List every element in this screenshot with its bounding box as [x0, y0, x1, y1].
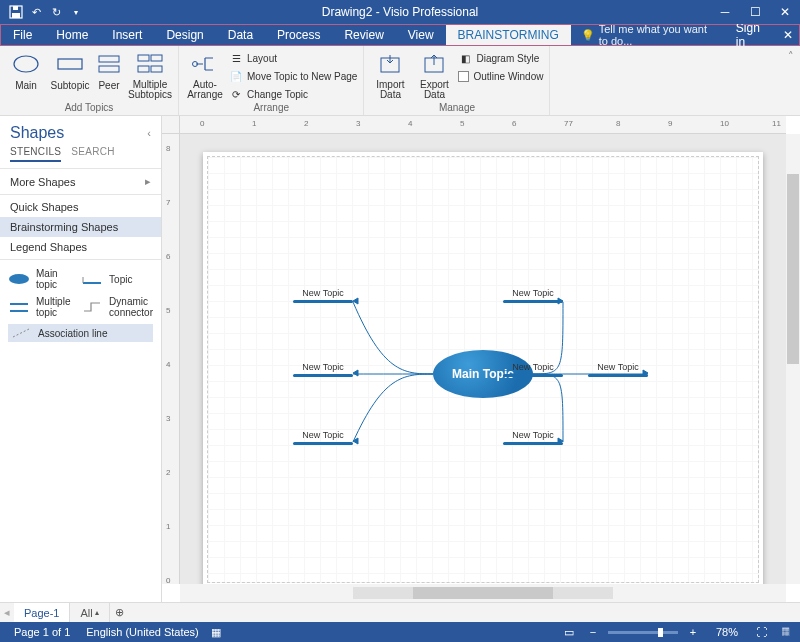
quick-shapes-item[interactable]: Quick Shapes [0, 197, 161, 217]
shape-association-line[interactable]: Association line [8, 324, 153, 342]
stencils-tab[interactable]: STENCILS [10, 146, 61, 162]
export-data-label: Export Data [420, 80, 449, 100]
ruler-h-tick: 8 [616, 119, 620, 128]
layout-label: Layout [247, 53, 277, 64]
redo-icon[interactable]: ↻ [48, 4, 64, 20]
qat-more-icon[interactable]: ▾ [68, 4, 84, 20]
shape-topic[interactable]: Topic [81, 272, 153, 286]
subtopic-icon [56, 50, 84, 78]
drawing-surface[interactable]: Main Topic New TopicNew TopicNew TopicNe… [180, 134, 786, 584]
tab-home[interactable]: Home [44, 25, 100, 45]
import-data-button[interactable]: Import Data [368, 48, 412, 100]
horizontal-ruler: 012345677891011 [180, 116, 786, 134]
fit-to-window-icon[interactable]: ⛶ [752, 623, 770, 641]
maximize-button[interactable]: ☐ [740, 0, 770, 24]
svg-marker-19 [353, 298, 358, 304]
vscroll-thumb[interactable] [787, 174, 799, 364]
zoom-slider[interactable] [608, 631, 678, 634]
macro-recorder-icon[interactable]: ▦ [207, 623, 225, 641]
auto-arrange-button[interactable]: Auto- Arrange [183, 48, 227, 100]
brainstorming-shapes-item[interactable]: Brainstorming Shapes [0, 217, 161, 237]
collapse-ribbon-button[interactable]: ✕ [778, 25, 799, 45]
zoom-level[interactable]: 78% [708, 626, 746, 638]
search-tab[interactable]: SEARCH [71, 146, 114, 162]
hscroll-thumb[interactable] [413, 587, 553, 599]
shape-main-topic[interactable]: Main topic [8, 268, 77, 290]
tab-insert[interactable]: Insert [100, 25, 154, 45]
svg-marker-21 [353, 438, 358, 444]
switch-windows-icon[interactable]: 𝄜 [776, 623, 794, 641]
topic-node-bar [293, 442, 353, 445]
undo-icon[interactable]: ↶ [28, 4, 44, 20]
topic-node-label: New Topic [503, 362, 563, 372]
ruler-corner [162, 116, 180, 134]
page[interactable]: Main Topic New TopicNew TopicNew TopicNe… [203, 152, 763, 584]
tab-view[interactable]: View [396, 25, 446, 45]
zoom-in-button[interactable]: + [684, 623, 702, 641]
move-topic-button[interactable]: 📄Move Topic to New Page [227, 68, 359, 84]
ruler-h-tick: 2 [304, 119, 308, 128]
ruler-v-tick: 3 [166, 414, 170, 423]
change-topic-button[interactable]: ⟳Change Topic [227, 86, 359, 102]
multiple-subtopics-button[interactable]: Multiple Subtopics [126, 48, 174, 100]
main-topic-icon [12, 50, 40, 78]
zoom-out-button[interactable]: − [584, 623, 602, 641]
page-tab-all[interactable]: All ▴ [70, 603, 109, 622]
ruler-h-tick: 5 [460, 119, 464, 128]
save-icon[interactable] [8, 4, 24, 20]
subtopic-label: Subtopic [51, 80, 90, 91]
outline-window-checkbox[interactable]: Outline Window [456, 68, 545, 84]
ruler-h-tick: 9 [668, 119, 672, 128]
shape-multiple-topic-label: Multiple topic [36, 296, 77, 318]
import-data-icon [376, 50, 404, 78]
more-shapes-item[interactable]: More Shapes▸ [0, 171, 161, 192]
topic-node-bar [293, 374, 353, 377]
page-tab-1[interactable]: Page-1 [14, 603, 70, 622]
close-window-button[interactable]: ✕ [770, 0, 800, 24]
legend-shapes-item[interactable]: Legend Shapes [0, 237, 161, 257]
multiple-subtopics-label: Multiple Subtopics [128, 80, 172, 100]
auto-arrange-icon [191, 50, 219, 78]
horizontal-scrollbar[interactable] [180, 584, 786, 602]
topic-node-label: New Topic [503, 288, 563, 298]
canvas-area: 012345677891011 876543210 [162, 116, 800, 602]
tab-review[interactable]: Review [332, 25, 395, 45]
zoom-slider-thumb[interactable] [658, 628, 663, 637]
page-tab-1-label: Page-1 [24, 607, 59, 619]
page-tab-prev[interactable]: ◂ [0, 606, 14, 619]
svg-point-3 [14, 56, 38, 72]
minimize-button[interactable]: ─ [710, 0, 740, 24]
ruler-h-tick: 0 [200, 119, 204, 128]
svg-rect-8 [151, 55, 162, 61]
signin-link[interactable]: Sign in [724, 25, 778, 45]
ribbon-collapse-icon[interactable]: ˄ [782, 46, 800, 115]
tab-brainstorming[interactable]: BRAINSTORMING [446, 25, 571, 45]
vertical-scrollbar[interactable] [786, 134, 800, 584]
topic-node-bar [503, 374, 563, 377]
svg-marker-20 [353, 370, 358, 376]
export-data-button[interactable]: Export Data [412, 48, 456, 100]
subtopic-button[interactable]: Subtopic [48, 48, 92, 91]
add-page-button[interactable]: ⊕ [110, 603, 130, 623]
peer-button[interactable]: Peer [92, 48, 126, 91]
topic-node-label: New Topic [293, 430, 353, 440]
ruler-v-tick: 4 [166, 360, 170, 369]
main-topic-button[interactable]: Main [4, 48, 48, 91]
more-shapes-label: More Shapes [10, 176, 75, 188]
ribbon: Main Subtopic Peer Multiple Subtopics Ad… [0, 46, 800, 116]
shape-dynamic-connector[interactable]: Dynamic connector [81, 296, 153, 318]
tab-process[interactable]: Process [265, 25, 332, 45]
presentation-mode-icon[interactable]: ▭ [560, 623, 578, 641]
export-data-icon [420, 50, 448, 78]
ruler-v-tick: 5 [166, 306, 170, 315]
shape-multiple-topic[interactable]: Multiple topic [8, 296, 77, 318]
tell-me-search[interactable]: 💡 Tell me what you want to do... [571, 25, 724, 45]
tab-file[interactable]: File [1, 25, 44, 45]
diagram-style-button[interactable]: ◧Diagram Style [456, 50, 545, 66]
auto-arrange-label: Auto- Arrange [187, 80, 223, 100]
shapes-collapse-icon[interactable]: ‹ [147, 127, 151, 139]
status-language[interactable]: English (United States) [78, 626, 207, 638]
layout-button[interactable]: ☰Layout [227, 50, 359, 66]
tab-data[interactable]: Data [216, 25, 265, 45]
tab-design[interactable]: Design [154, 25, 215, 45]
